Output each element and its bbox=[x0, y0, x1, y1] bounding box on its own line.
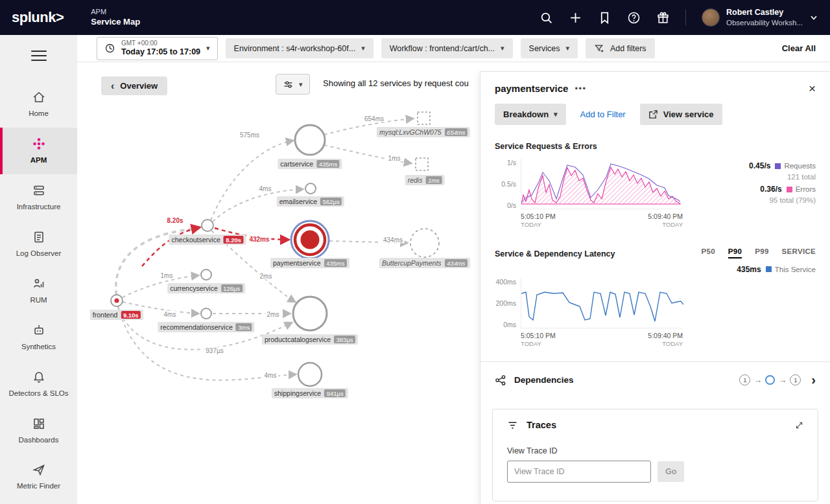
rum-icon bbox=[32, 277, 46, 291]
filter-bar: GMT +00:00 Today 17:05 to 17:09 ▾ Enviro… bbox=[77, 35, 830, 62]
sidebar-item-apm[interactable]: APM bbox=[0, 128, 77, 174]
tab-p99[interactable]: P99 bbox=[755, 247, 768, 258]
arrow-right-icon: → bbox=[753, 375, 762, 385]
requests-errors-chart[interactable] bbox=[521, 159, 683, 209]
user-avatar bbox=[702, 8, 720, 27]
close-panel-icon[interactable]: × bbox=[809, 82, 816, 95]
breakdown-dropdown[interactable]: Breakdown ▾ bbox=[495, 104, 566, 125]
sidebar-item-log-observer[interactable]: Log Observer bbox=[0, 221, 77, 268]
dependencies-row[interactable]: Dependencies 1 → → 1 › bbox=[480, 362, 830, 398]
view-service-button[interactable]: View service bbox=[640, 104, 722, 125]
edge-label: 937µs bbox=[204, 347, 225, 354]
sidebar-item-metric-finder[interactable]: Metric Finder bbox=[0, 453, 77, 500]
environment-filter-dropdown[interactable]: Environment : s4r-workshop-60f... ▾ bbox=[226, 38, 374, 58]
dependencies-mini-map: 1 → → 1 bbox=[739, 374, 801, 385]
sidebar-item-detectors-slos[interactable]: Detectors & SLOs bbox=[0, 361, 77, 407]
chevron-down-icon: ▾ bbox=[501, 44, 504, 52]
latency-chart[interactable] bbox=[521, 278, 683, 328]
sidebar-item-dashboards[interactable]: Dashboards bbox=[0, 407, 77, 454]
time-range-picker[interactable]: GMT +00:00 Today 17:05 to 17:09 ▾ bbox=[97, 37, 218, 60]
edge-label: 2ms bbox=[265, 311, 281, 318]
chevron-down-icon: ▾ bbox=[361, 44, 365, 52]
sliders-icon bbox=[283, 79, 294, 90]
time-range-value: Today 17:05 to 17:09 bbox=[121, 47, 200, 57]
add-filters-button[interactable]: Add filters bbox=[586, 38, 655, 58]
search-icon[interactable] bbox=[540, 11, 553, 25]
node-label-recommendationservice[interactable]: recommendationservice3ms bbox=[158, 322, 254, 332]
add-to-filter-link[interactable]: Add to Filter bbox=[580, 109, 626, 119]
node-label-redis[interactable]: redis1ms bbox=[405, 175, 445, 185]
node-redis[interactable] bbox=[416, 158, 428, 170]
dependencies-title: Dependencies bbox=[514, 375, 574, 385]
latency-legend: 435msThis Service bbox=[495, 265, 816, 274]
user-org: Observability Worksh... bbox=[726, 18, 803, 28]
tab-p50[interactable]: P50 bbox=[701, 247, 715, 258]
edge-label: 4ms bbox=[162, 311, 178, 318]
top-bar: splunk> APM Service Map Robert Castley O… bbox=[0, 0, 830, 35]
trace-id-input[interactable] bbox=[507, 461, 651, 483]
edge-label: 434ms bbox=[381, 236, 405, 244]
latency-swatch bbox=[766, 266, 772, 272]
services-filter-dropdown[interactable]: Services ▾ bbox=[521, 38, 578, 58]
latency-title: Service & Dependency Latency bbox=[495, 249, 615, 258]
node-label-mysql[interactable]: mysql:LxvGChW075654ms bbox=[377, 127, 470, 137]
user-menu[interactable]: Robert Castley Observability Worksh... bbox=[702, 7, 818, 27]
node-label-emailservice[interactable]: emailservice562µs bbox=[277, 196, 344, 207]
map-display-settings-button[interactable]: ▾ bbox=[276, 74, 310, 95]
chevron-down-icon: ▾ bbox=[299, 80, 303, 89]
chevron-down-icon: ▾ bbox=[554, 110, 558, 119]
node-frontend[interactable] bbox=[111, 295, 123, 306]
node-label-currencyservice[interactable]: currencyservice126µs bbox=[167, 283, 245, 293]
synthetics-icon bbox=[32, 323, 46, 338]
node-paymentservice-selected[interactable] bbox=[291, 221, 329, 258]
topbar-divider bbox=[685, 9, 686, 26]
bookmark-icon[interactable] bbox=[598, 11, 611, 25]
node-shippingservice[interactable] bbox=[298, 363, 322, 386]
edge-label-error: 8.20s bbox=[165, 217, 185, 224]
add-icon[interactable] bbox=[569, 11, 582, 25]
expand-icon[interactable] bbox=[795, 421, 803, 430]
gift-icon[interactable] bbox=[656, 11, 670, 25]
node-checkoutservice[interactable] bbox=[202, 220, 213, 231]
traces-filter-icon bbox=[507, 420, 518, 431]
open-service-icon bbox=[648, 109, 658, 119]
edge-label: 4ms bbox=[257, 185, 274, 192]
sidebar-item-infrastructure[interactable]: Infrastructure bbox=[0, 174, 77, 221]
node-label-buttercuppayments[interactable]: ButtercupPayments434ms bbox=[379, 258, 470, 268]
errors-swatch bbox=[787, 187, 792, 192]
infrastructure-icon bbox=[32, 183, 46, 198]
trace-id-label: View Trace ID bbox=[507, 446, 803, 455]
chevron-down-icon: ▾ bbox=[566, 44, 570, 52]
sidebar-item-home[interactable]: Home bbox=[0, 81, 77, 128]
node-label-checkoutservice[interactable]: checkoutservice8.20s bbox=[169, 235, 246, 245]
menu-toggle-button[interactable] bbox=[31, 51, 47, 64]
sidebar-item-rum[interactable]: RUM bbox=[0, 268, 77, 314]
node-label-paymentservice[interactable]: paymentservice435ms bbox=[270, 258, 350, 268]
node-mysql[interactable] bbox=[418, 112, 430, 124]
edge-label: 1ms bbox=[159, 272, 175, 279]
filter-funnel-icon bbox=[594, 43, 604, 54]
node-label-productcatalogservice[interactable]: productcatalogservice383µs bbox=[262, 334, 358, 345]
more-actions-icon[interactable]: ••• bbox=[575, 84, 586, 93]
workflow-filter-dropdown[interactable]: Workflow : frontend:/cart/ch... ▾ bbox=[381, 38, 513, 58]
node-cartservice[interactable] bbox=[295, 125, 325, 155]
node-emailservice[interactable] bbox=[305, 183, 316, 194]
node-label-cartservice[interactable]: cartservice435ms bbox=[278, 159, 342, 169]
chevron-right-icon[interactable]: › bbox=[811, 372, 816, 387]
node-currencyservice[interactable] bbox=[201, 269, 211, 280]
sidebar-item-synthetics[interactable]: Synthetics bbox=[0, 314, 77, 361]
log-observer-icon bbox=[32, 230, 46, 244]
back-to-overview-button[interactable]: ‹ Overview bbox=[101, 76, 167, 95]
tab-service[interactable]: SERVICE bbox=[782, 247, 816, 258]
node-buttercuppayments[interactable] bbox=[410, 229, 439, 257]
downstream-count-badge: 1 bbox=[790, 374, 801, 385]
node-productcatalogservice[interactable] bbox=[293, 297, 327, 330]
tab-p90[interactable]: P90 bbox=[728, 247, 742, 258]
trace-go-button[interactable]: Go bbox=[658, 461, 684, 482]
help-icon[interactable] bbox=[627, 11, 641, 25]
node-label-shippingservice[interactable]: shippingservice941µs bbox=[272, 388, 348, 398]
edge-label-error: 432ms bbox=[247, 236, 271, 243]
node-label-frontend[interactable]: frontend9.10s bbox=[90, 310, 143, 320]
clear-all-button[interactable]: Clear All bbox=[782, 43, 816, 53]
node-recommendationservice[interactable] bbox=[201, 308, 211, 319]
